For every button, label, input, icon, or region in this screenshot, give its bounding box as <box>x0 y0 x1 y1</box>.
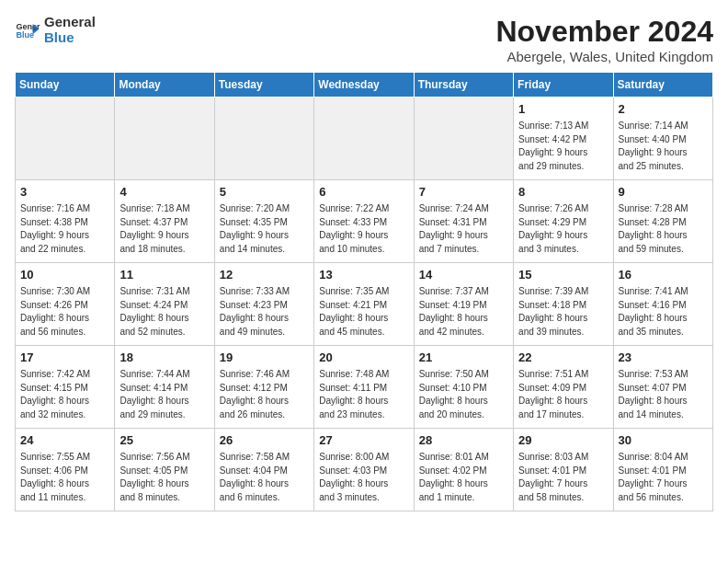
day-number: 30 <box>619 432 708 449</box>
day-info: Sunrise: 8:00 AM Sunset: 4:03 PM Dayligh… <box>319 451 408 504</box>
calendar-cell: 20Sunrise: 7:48 AM Sunset: 4:11 PM Dayli… <box>314 346 414 429</box>
day-number: 2 <box>619 101 708 118</box>
day-number: 6 <box>319 184 408 201</box>
logo-icon: General Blue <box>15 17 40 43</box>
day-info: Sunrise: 7:55 AM Sunset: 4:06 PM Dayligh… <box>20 451 109 504</box>
calendar-cell: 8Sunrise: 7:26 AM Sunset: 4:29 PM Daylig… <box>514 180 613 263</box>
day-number: 29 <box>518 432 608 449</box>
calendar-cell <box>314 98 414 180</box>
weekday-header-row: SundayMondayTuesdayWednesdayThursdayFrid… <box>16 73 713 98</box>
calendar-cell: 23Sunrise: 7:53 AM Sunset: 4:07 PM Dayli… <box>613 346 712 429</box>
calendar-cell: 10Sunrise: 7:30 AM Sunset: 4:26 PM Dayli… <box>16 263 115 346</box>
calendar-cell: 1Sunrise: 7:13 AM Sunset: 4:42 PM Daylig… <box>514 98 613 180</box>
calendar-cell: 18Sunrise: 7:44 AM Sunset: 4:14 PM Dayli… <box>115 346 214 429</box>
day-info: Sunrise: 7:42 AM Sunset: 4:15 PM Dayligh… <box>20 368 109 421</box>
calendar-cell: 25Sunrise: 7:56 AM Sunset: 4:05 PM Dayli… <box>115 429 214 511</box>
day-number: 23 <box>619 350 708 366</box>
weekday-header-wednesday: Wednesday <box>314 73 414 98</box>
day-number: 9 <box>619 184 708 201</box>
day-number: 3 <box>20 184 109 201</box>
calendar-cell: 15Sunrise: 7:39 AM Sunset: 4:18 PM Dayli… <box>514 263 613 346</box>
day-number: 7 <box>419 184 508 201</box>
calendar-cell: 9Sunrise: 7:28 AM Sunset: 4:28 PM Daylig… <box>613 180 712 263</box>
day-number: 16 <box>619 267 708 283</box>
calendar-cell <box>16 98 115 180</box>
calendar-cell: 21Sunrise: 7:50 AM Sunset: 4:10 PM Dayli… <box>414 346 513 429</box>
day-info: Sunrise: 7:30 AM Sunset: 4:26 PM Dayligh… <box>20 285 109 339</box>
calendar-cell: 19Sunrise: 7:46 AM Sunset: 4:12 PM Dayli… <box>214 346 313 429</box>
calendar-cell: 27Sunrise: 8:00 AM Sunset: 4:03 PM Dayli… <box>314 429 414 511</box>
weekday-header-friday: Friday <box>514 73 613 98</box>
day-info: Sunrise: 7:31 AM Sunset: 4:24 PM Dayligh… <box>119 285 209 339</box>
day-info: Sunrise: 7:18 AM Sunset: 4:37 PM Dayligh… <box>119 202 209 256</box>
day-info: Sunrise: 7:35 AM Sunset: 4:21 PM Dayligh… <box>319 285 408 339</box>
logo: General Blue General Blue <box>15 15 96 45</box>
day-info: Sunrise: 7:13 AM Sunset: 4:42 PM Dayligh… <box>518 120 608 173</box>
calendar-week-1: 3Sunrise: 7:16 AM Sunset: 4:38 PM Daylig… <box>16 180 713 263</box>
calendar-cell: 13Sunrise: 7:35 AM Sunset: 4:21 PM Dayli… <box>314 263 414 346</box>
day-info: Sunrise: 7:33 AM Sunset: 4:23 PM Dayligh… <box>220 285 309 339</box>
weekday-header-tuesday: Tuesday <box>214 73 313 98</box>
calendar-cell: 6Sunrise: 7:22 AM Sunset: 4:33 PM Daylig… <box>314 180 414 263</box>
calendar-cell: 30Sunrise: 8:04 AM Sunset: 4:01 PM Dayli… <box>613 429 712 511</box>
day-number: 20 <box>319 350 408 366</box>
day-info: Sunrise: 7:37 AM Sunset: 4:19 PM Dayligh… <box>419 285 508 339</box>
calendar-week-2: 10Sunrise: 7:30 AM Sunset: 4:26 PM Dayli… <box>16 263 713 346</box>
title-area: November 2024 Abergele, Wales, United Ki… <box>495 15 713 64</box>
day-number: 11 <box>119 267 209 283</box>
day-info: Sunrise: 7:58 AM Sunset: 4:04 PM Dayligh… <box>220 451 309 504</box>
day-number: 19 <box>220 350 309 366</box>
calendar-week-4: 24Sunrise: 7:55 AM Sunset: 4:06 PM Dayli… <box>16 429 713 511</box>
day-info: Sunrise: 7:14 AM Sunset: 4:40 PM Dayligh… <box>619 120 708 173</box>
header: General Blue General Blue November 2024 … <box>15 15 713 64</box>
day-info: Sunrise: 7:50 AM Sunset: 4:10 PM Dayligh… <box>419 368 508 421</box>
calendar-cell: 22Sunrise: 7:51 AM Sunset: 4:09 PM Dayli… <box>514 346 613 429</box>
calendar-cell: 2Sunrise: 7:14 AM Sunset: 4:40 PM Daylig… <box>613 98 712 180</box>
day-info: Sunrise: 7:28 AM Sunset: 4:28 PM Dayligh… <box>619 202 708 256</box>
calendar-week-3: 17Sunrise: 7:42 AM Sunset: 4:15 PM Dayli… <box>16 346 713 429</box>
weekday-header-sunday: Sunday <box>16 73 115 98</box>
svg-text:Blue: Blue <box>16 30 34 40</box>
calendar-cell: 28Sunrise: 8:01 AM Sunset: 4:02 PM Dayli… <box>414 429 513 511</box>
day-number: 15 <box>518 267 608 283</box>
day-number: 5 <box>220 184 309 201</box>
weekday-header-saturday: Saturday <box>613 73 712 98</box>
calendar-cell: 26Sunrise: 7:58 AM Sunset: 4:04 PM Dayli… <box>214 429 313 511</box>
weekday-header-monday: Monday <box>115 73 214 98</box>
day-info: Sunrise: 8:01 AM Sunset: 4:02 PM Dayligh… <box>419 451 508 504</box>
calendar-cell <box>115 98 214 180</box>
day-info: Sunrise: 7:22 AM Sunset: 4:33 PM Dayligh… <box>319 202 408 256</box>
calendar-cell <box>414 98 513 180</box>
calendar-cell: 11Sunrise: 7:31 AM Sunset: 4:24 PM Dayli… <box>115 263 214 346</box>
calendar-cell <box>214 98 313 180</box>
day-info: Sunrise: 7:53 AM Sunset: 4:07 PM Dayligh… <box>619 368 708 421</box>
calendar-cell: 3Sunrise: 7:16 AM Sunset: 4:38 PM Daylig… <box>16 180 115 263</box>
calendar-table: SundayMondayTuesdayWednesdayThursdayFrid… <box>15 72 713 511</box>
calendar-cell: 16Sunrise: 7:41 AM Sunset: 4:16 PM Dayli… <box>613 263 712 346</box>
calendar-title: November 2024 <box>495 15 713 49</box>
calendar-cell: 5Sunrise: 7:20 AM Sunset: 4:35 PM Daylig… <box>214 180 313 263</box>
day-number: 12 <box>220 267 309 283</box>
logo-general: General <box>44 15 96 30</box>
calendar-cell: 4Sunrise: 7:18 AM Sunset: 4:37 PM Daylig… <box>115 180 214 263</box>
calendar-cell: 7Sunrise: 7:24 AM Sunset: 4:31 PM Daylig… <box>414 180 513 263</box>
day-info: Sunrise: 7:20 AM Sunset: 4:35 PM Dayligh… <box>220 202 309 256</box>
day-info: Sunrise: 7:48 AM Sunset: 4:11 PM Dayligh… <box>319 368 408 421</box>
day-number: 22 <box>518 350 608 366</box>
day-number: 28 <box>419 432 508 449</box>
calendar-cell: 29Sunrise: 8:03 AM Sunset: 4:01 PM Dayli… <box>514 429 613 511</box>
weekday-header-thursday: Thursday <box>414 73 513 98</box>
day-number: 14 <box>419 267 508 283</box>
day-info: Sunrise: 7:16 AM Sunset: 4:38 PM Dayligh… <box>20 202 109 256</box>
calendar-cell: 17Sunrise: 7:42 AM Sunset: 4:15 PM Dayli… <box>16 346 115 429</box>
day-info: Sunrise: 7:44 AM Sunset: 4:14 PM Dayligh… <box>119 368 209 421</box>
calendar-cell: 12Sunrise: 7:33 AM Sunset: 4:23 PM Dayli… <box>214 263 313 346</box>
day-info: Sunrise: 7:24 AM Sunset: 4:31 PM Dayligh… <box>419 202 508 256</box>
day-number: 10 <box>20 267 109 283</box>
day-number: 27 <box>319 432 408 449</box>
day-number: 18 <box>119 350 209 366</box>
day-info: Sunrise: 7:56 AM Sunset: 4:05 PM Dayligh… <box>119 451 209 504</box>
calendar-cell: 24Sunrise: 7:55 AM Sunset: 4:06 PM Dayli… <box>16 429 115 511</box>
day-number: 4 <box>119 184 209 201</box>
calendar-week-0: 1Sunrise: 7:13 AM Sunset: 4:42 PM Daylig… <box>16 98 713 180</box>
